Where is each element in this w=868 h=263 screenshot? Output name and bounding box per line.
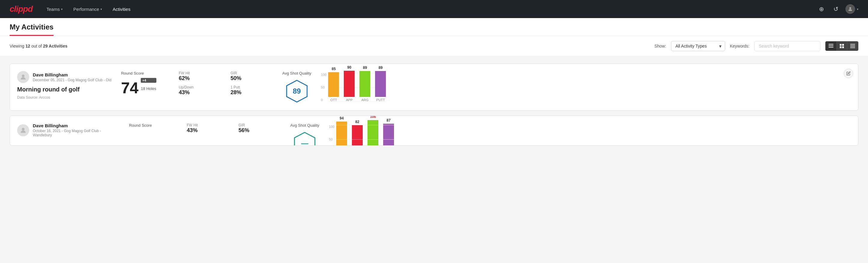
- bar-ott: 85 OTT: [328, 67, 339, 102]
- svg-rect-1: [829, 44, 833, 45]
- svg-rect-2: [829, 46, 833, 46]
- user-name: Dave Billingham: [33, 72, 111, 77]
- bar-app: 90 APP: [344, 65, 354, 101]
- refresh-button[interactable]: ↺: [831, 4, 841, 14]
- score-row: 74 +4 18 Holes: [121, 78, 169, 96]
- user-name: Dave Billingham: [33, 123, 119, 128]
- avg-shot-quality-label: Avg Shot Quality: [290, 123, 319, 127]
- activity-type-select[interactable]: All Activity Types Round Practice: [671, 41, 725, 51]
- avatar: [17, 71, 29, 83]
- round-score-label: Round Score: [121, 71, 169, 76]
- bar-app: 82 APP: [352, 120, 363, 146]
- svg-rect-11: [850, 48, 855, 48]
- svg-point-14: [22, 127, 24, 130]
- fw-hit-label: FW Hit: [179, 71, 221, 75]
- avg-shot-quality-label: Avg Shot Quality: [282, 71, 311, 76]
- bar-arg: 89 ARG: [360, 66, 370, 101]
- svg-rect-8: [850, 44, 855, 45]
- user-row: Dave Billingham October 16, 2021 - Gog M…: [17, 123, 119, 137]
- bar-putt-value: 89: [379, 66, 382, 70]
- view-toggle-group: [825, 41, 858, 51]
- svg-rect-9: [850, 45, 855, 46]
- y-label-50: 50: [329, 138, 335, 141]
- compact-view-button[interactable]: [847, 41, 858, 51]
- stats-section-2: GIR 50% 1 Putt 28%: [230, 71, 273, 99]
- stats-section: FW Hit 62% Up/Down 43%: [179, 71, 221, 99]
- bar-arg-value: 89: [363, 66, 367, 70]
- user-info: Dave Billingham December 05, 2021 - Gog …: [33, 72, 111, 82]
- nav-activities[interactable]: Activities: [108, 4, 135, 14]
- gir-value: 50%: [230, 75, 273, 82]
- keywords-label: Keywords:: [730, 43, 749, 49]
- performance-chevron-icon: ▾: [100, 7, 102, 11]
- activity-date: December 05, 2021 - Gog Magog Golf Club …: [33, 78, 111, 82]
- activity-title: Morning round of golf: [17, 86, 111, 93]
- up-down-value: 43%: [179, 89, 221, 96]
- show-label: Show:: [654, 43, 666, 49]
- bar-chart-container: 100 50 0 94 OTT 82: [329, 125, 413, 146]
- avatar: [17, 124, 29, 136]
- y-label-100: 100: [329, 125, 335, 128]
- activity-type-select-wrapper[interactable]: All Activity Types Round Practice: [671, 41, 725, 51]
- keyword-search-input[interactable]: [754, 41, 820, 51]
- teams-chevron-icon: ▾: [61, 7, 63, 11]
- hexagon-container: —: [290, 131, 319, 146]
- bars-area: 94 OTT 82 APP 106 ARG: [336, 125, 394, 146]
- bar-ott-value: 85: [332, 67, 336, 71]
- add-button[interactable]: ⊕: [816, 4, 826, 14]
- score-section: Round Score: [129, 123, 177, 130]
- svg-rect-6: [840, 46, 841, 48]
- filter-bar: Viewing 12 out of 29 Activities Show: Al…: [0, 36, 868, 56]
- nav-links: Teams ▾ Performance ▾ Activities: [42, 4, 807, 14]
- card-info: Dave Billingham December 05, 2021 - Gog …: [17, 71, 111, 99]
- logo[interactable]: clippd: [10, 4, 32, 14]
- shot-quality-section: Avg Shot Quality 89 100 50: [282, 71, 851, 103]
- edit-button[interactable]: [844, 68, 853, 78]
- bar-arg: 106 ARG: [368, 116, 378, 146]
- gir-value: 56%: [239, 127, 281, 134]
- svg-rect-10: [850, 46, 855, 47]
- score-holes: 18 Holes: [141, 86, 156, 91]
- activity-card: Dave Billingham October 16, 2021 - Gog M…: [10, 116, 858, 146]
- y-label-50: 50: [321, 85, 326, 89]
- score-number: 74: [121, 80, 138, 96]
- shot-quality-section: Avg Shot Quality — 100 50 0: [290, 123, 851, 146]
- up-down-label: Up/Down: [179, 85, 221, 89]
- nav-teams[interactable]: Teams ▾: [42, 4, 66, 14]
- shot-quality-panel: Avg Shot Quality —: [290, 123, 319, 146]
- stats-section-2: GIR 56%: [239, 123, 281, 137]
- activity-list: Dave Billingham December 05, 2021 - Gog …: [0, 56, 868, 153]
- fw-hit-stat: FW Hit 62%: [179, 71, 221, 82]
- svg-rect-5: [842, 44, 844, 46]
- shot-quality-panel: Avg Shot Quality 89: [282, 71, 311, 103]
- hexagon: 89: [285, 79, 309, 103]
- bar-ott: 94 OTT: [336, 116, 347, 146]
- bars-area: 85 OTT 90 APP: [328, 73, 386, 102]
- stats-section: FW Hit 43%: [187, 123, 229, 137]
- hexagon: —: [292, 131, 317, 146]
- card-info: Dave Billingham October 16, 2021 - Gog M…: [17, 123, 119, 140]
- svg-rect-4: [840, 44, 841, 46]
- bar-chart-container: 100 50 0 85: [321, 73, 405, 102]
- activity-date: October 16, 2021 - Gog Magog Golf Club -…: [33, 129, 119, 137]
- nav-right: ⊕ ↺ ▾: [816, 4, 858, 14]
- gir-label: GIR: [239, 123, 281, 127]
- gir-stat: GIR 56%: [239, 123, 281, 134]
- list-view-button[interactable]: [826, 41, 837, 51]
- page-title: My Activities: [10, 23, 54, 36]
- fw-hit-value: 43%: [187, 127, 229, 134]
- round-score-label: Round Score: [129, 123, 177, 127]
- score-badge: +4: [141, 78, 156, 83]
- score-section: Round Score 74 +4 18 Holes: [121, 71, 169, 96]
- user-menu-button[interactable]: ▾: [845, 4, 858, 14]
- svg-rect-7: [842, 46, 844, 48]
- user-chevron-icon: ▾: [857, 7, 858, 11]
- nav-performance[interactable]: Performance ▾: [69, 4, 106, 14]
- bar-arg-value: 106: [370, 116, 376, 119]
- navbar: clippd Teams ▾ Performance ▾ Activities …: [0, 0, 868, 18]
- svg-point-0: [849, 7, 851, 9]
- y-label-100: 100: [321, 73, 326, 77]
- grid-view-button[interactable]: [837, 41, 847, 51]
- svg-point-12: [22, 75, 24, 77]
- bar-putt: 89 PUTT: [375, 66, 386, 101]
